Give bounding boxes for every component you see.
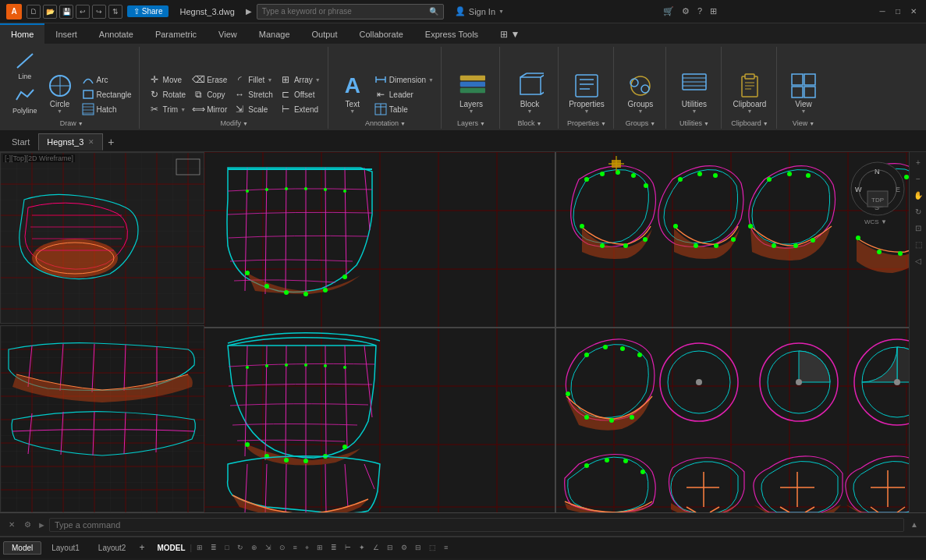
minimize-button[interactable]: ─: [876, 5, 889, 18]
zoom-in-button[interactable]: +: [911, 155, 925, 169]
cmd-settings-icon[interactable]: ⚙: [20, 518, 34, 532]
view-expand-icon[interactable]: ▼: [809, 121, 814, 126]
annotate-scale-button[interactable]: ≣: [328, 544, 340, 551]
utilities-button[interactable]: Utilities ▼: [672, 69, 716, 116]
draw-expand-icon[interactable]: ▼: [78, 121, 83, 126]
sign-in-button[interactable]: 👤 Sign In ▼: [455, 6, 504, 16]
window-zoom-button[interactable]: ⬚: [911, 237, 925, 251]
scale-button[interactable]: ⇲ Scale: [231, 102, 275, 116]
extend-button[interactable]: ⊢ Extend: [277, 102, 323, 116]
layout-tab-add-button[interactable]: +: [136, 542, 147, 553]
new-icon[interactable]: 🗋: [27, 5, 41, 19]
offset-button[interactable]: ⊏ Offset: [277, 87, 323, 101]
undo-icon[interactable]: ↩: [76, 5, 90, 19]
block-button[interactable]: Block ▼: [506, 69, 553, 116]
tab-output[interactable]: Output: [301, 23, 349, 44]
layers-button[interactable]: Layers ▼: [448, 69, 495, 116]
snap-grid-button[interactable]: ⊞: [193, 544, 206, 551]
annotation-expand-icon[interactable]: ▼: [400, 121, 406, 126]
text-button[interactable]: A Text ▼: [335, 69, 371, 116]
share-button[interactable]: ⇧ Share: [127, 5, 169, 17]
rotate-button[interactable]: ↻ Rotate: [146, 87, 189, 101]
tab-view[interactable]: View: [208, 23, 248, 44]
groups-expand-icon[interactable]: ▼: [650, 121, 655, 126]
search-input[interactable]: [262, 7, 426, 16]
tab-collaborate[interactable]: Collaborate: [349, 23, 414, 44]
cmd-expand-icon[interactable]: ▲: [907, 518, 921, 532]
circle-button[interactable]: Circle ▼: [42, 69, 78, 116]
array-button[interactable]: ⊞ Array ▼: [277, 73, 323, 87]
layout-tab-layout1[interactable]: Layout1: [43, 541, 88, 555]
copy-button[interactable]: ⧉ Copy: [190, 87, 229, 101]
block-expand-icon[interactable]: ▼: [537, 121, 542, 126]
properties-button[interactable]: Properties ▼: [565, 69, 608, 116]
tab-manage[interactable]: Manage: [248, 23, 301, 44]
dim-scale-button[interactable]: ⊢: [342, 544, 354, 551]
layout-tab-model[interactable]: Model: [3, 541, 41, 555]
tab-parametric[interactable]: Parametric: [144, 23, 208, 44]
doc-tab-start[interactable]: Start: [3, 133, 38, 151]
workspace-button[interactable]: ⊟: [412, 544, 424, 551]
stretch-button[interactable]: ↔ Stretch: [231, 87, 275, 101]
rect-button[interactable]: Rectangle: [80, 87, 134, 101]
nav-arrow[interactable]: ▶: [246, 7, 252, 16]
tab-home[interactable]: Home: [0, 23, 44, 44]
tab-insert[interactable]: Insert: [44, 23, 88, 44]
otrack-button[interactable]: ⇲: [262, 544, 275, 551]
utilities-expand-icon[interactable]: ▼: [704, 121, 709, 126]
zoom-out-button[interactable]: −: [911, 172, 925, 186]
doc-tab-close-icon[interactable]: ✕: [88, 138, 94, 146]
line-button[interactable]: Line: [9, 48, 41, 82]
polyline-button[interactable]: Polyline: [9, 83, 41, 116]
layers-expand-icon[interactable]: ▼: [480, 121, 485, 126]
tab-express[interactable]: Express Tools: [414, 23, 489, 44]
scale-ratio[interactable]: ⊟: [384, 544, 396, 551]
move-button[interactable]: ✛ Move: [146, 73, 189, 87]
lineweight-button[interactable]: ⊙: [276, 544, 289, 551]
config-button[interactable]: ⚙: [398, 544, 410, 551]
mirror-button[interactable]: ⟺ Mirror: [190, 102, 229, 116]
save-icon[interactable]: 💾: [59, 5, 73, 19]
clipboard-expand-icon[interactable]: ▼: [763, 121, 768, 126]
pan-tool-button[interactable]: ✋: [911, 188, 925, 202]
groups-button[interactable]: Groups ▼: [620, 69, 661, 116]
layout-tab-layout2[interactable]: Layout2: [90, 541, 135, 555]
doc-tab-add-button[interactable]: +: [103, 134, 119, 150]
hatch-button[interactable]: Hatch: [80, 102, 134, 116]
main-drawing-area[interactable]: N S E W TDP WCS ▼: [204, 152, 926, 512]
tab-extra[interactable]: ⊞ ▼: [489, 23, 530, 44]
viewport-config-button[interactable]: ⬚: [426, 544, 439, 551]
model-indicator[interactable]: MODEL: [154, 544, 188, 552]
ui-options-button[interactable]: ≡: [441, 544, 451, 551]
gizmo-button[interactable]: ⊞: [314, 544, 326, 551]
maximize-button[interactable]: □: [892, 5, 904, 18]
view-button[interactable]: View ▼: [783, 69, 824, 116]
transparency-button[interactable]: ≡: [290, 544, 300, 551]
cart-icon[interactable]: 🛒: [660, 6, 677, 16]
leader-button[interactable]: ⇤ Leader: [372, 87, 436, 101]
arc-button[interactable]: Arc: [80, 73, 134, 87]
settings-icon[interactable]: ⚙: [679, 6, 693, 16]
erase-button[interactable]: ⌫ Erase: [190, 73, 229, 87]
help-icon[interactable]: ?: [694, 6, 705, 16]
properties-expand-icon[interactable]: ▼: [601, 121, 606, 126]
fillet-button[interactable]: ◜ Fillet ▼: [231, 73, 275, 87]
ortho-button[interactable]: □: [222, 544, 232, 551]
dimension-button[interactable]: Dimension ▼: [372, 73, 436, 87]
doc-tab-hegnst3[interactable]: Hegnst_3 ✕: [38, 133, 103, 151]
sync-icon[interactable]: ⇅: [108, 5, 122, 19]
angle-button[interactable]: ∠: [370, 544, 382, 551]
tab-annotate[interactable]: Annotate: [88, 23, 144, 44]
extents-button[interactable]: ⊡: [911, 221, 925, 235]
clipboard-button[interactable]: Clipboard ▼: [728, 69, 772, 116]
qprops-button[interactable]: ✦: [356, 544, 368, 551]
osnap-button[interactable]: ⊕: [248, 544, 261, 551]
close-button[interactable]: ✕: [907, 5, 920, 18]
modify-expand-icon[interactable]: ▼: [243, 121, 248, 126]
open-icon[interactable]: 📂: [43, 5, 57, 19]
snap-button[interactable]: ≣: [208, 544, 220, 551]
polar-button[interactable]: ↻: [234, 544, 247, 551]
orbit-button[interactable]: ↻: [911, 204, 925, 218]
redo-icon[interactable]: ↪: [92, 5, 106, 19]
selection-button[interactable]: ⌖: [302, 544, 312, 552]
